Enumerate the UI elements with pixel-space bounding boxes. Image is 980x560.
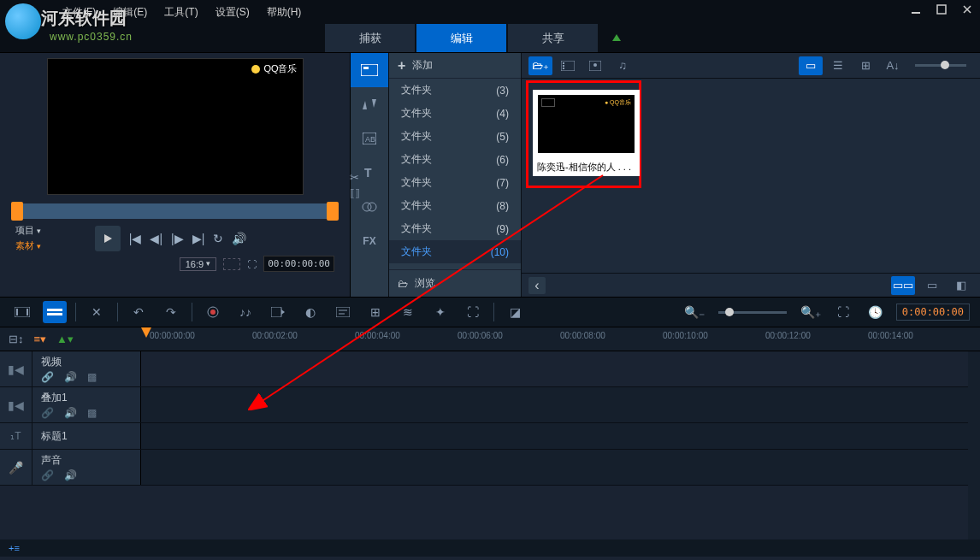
maximize-button[interactable] [929, 0, 954, 19]
folder-item[interactable]: 文件夹(7) [389, 171, 521, 194]
add-track-button[interactable]: +≡ [0, 539, 980, 557]
timeline-timecode[interactable]: 0:00:00:00 [896, 304, 970, 321]
grid-button[interactable]: ⊞ [363, 301, 387, 323]
timeline-view-button[interactable] [43, 301, 67, 323]
multi-trim-button[interactable]: ◐ [298, 301, 322, 323]
close-button[interactable] [954, 0, 980, 19]
view-thumb-large[interactable]: ▭ [799, 56, 823, 75]
auto-music-button[interactable] [266, 301, 290, 323]
3d-button[interactable]: ◪ [503, 301, 527, 323]
view-grid[interactable]: ⊞ [853, 56, 877, 75]
minimize-button[interactable] [903, 0, 929, 19]
video-track-lane[interactable] [141, 351, 980, 386]
folder-item[interactable]: 文件夹(9) [389, 217, 521, 240]
mute-icon[interactable]: 🔊 [64, 469, 77, 481]
trim-in-handle[interactable] [11, 202, 23, 221]
track-height-button[interactable]: ⊟↕ [9, 333, 24, 345]
mode-edit[interactable]: 编辑 [416, 24, 506, 52]
media-grid[interactable]: ● QQ音乐 陈奕迅-相信你的人 . . . [522, 79, 980, 273]
folder-item[interactable]: 文件夹(6) [389, 148, 521, 171]
collapse-folders-button[interactable]: ‹ [528, 277, 546, 294]
mute-icon[interactable]: 🔊 [64, 371, 77, 383]
go-start-button[interactable]: |◀ [129, 232, 142, 245]
clip-mode-label[interactable]: 素材 ▾ [15, 239, 41, 252]
media-item[interactable]: ● QQ音乐 陈奕迅-相信你的人 . . . [533, 90, 640, 176]
mode-advance-icon[interactable] [599, 24, 634, 52]
footer-view-2[interactable]: ▭ [920, 276, 944, 295]
link-icon[interactable]: 🔗 [41, 371, 54, 383]
overlay-track-icon[interactable]: ▮◀ [0, 387, 32, 422]
track-manager-button[interactable]: ≡▾ [34, 333, 47, 345]
menu-help[interactable]: 帮助(H) [258, 2, 310, 23]
menu-tools[interactable]: 工具(T) [156, 2, 206, 23]
zoom-slider[interactable] [718, 311, 787, 314]
safe-zone-toggle[interactable] [223, 258, 240, 270]
title-track-icon[interactable]: ₁T [0, 423, 32, 449]
filter-video-button[interactable] [556, 56, 580, 75]
expand-icon[interactable]: ⛶ [247, 259, 257, 269]
prev-frame-button[interactable]: ◀| [150, 232, 162, 245]
tracking-button[interactable]: ✦ [428, 301, 452, 323]
title-track-lane[interactable] [141, 423, 980, 449]
mute-icon[interactable]: 🔊 [64, 407, 77, 419]
bracket-icon[interactable]: ⟦⟧ [350, 187, 360, 199]
link-icon[interactable]: 🔗 [41, 407, 54, 419]
footer-view-1[interactable]: ▭▭ [891, 276, 915, 295]
folder-item[interactable]: 文件夹(5) [389, 125, 521, 148]
project-mode-label[interactable]: 项目 ▾ [15, 224, 41, 237]
title-category-button[interactable]: AB [351, 121, 388, 156]
overlay-track-lane[interactable] [141, 387, 980, 422]
undo-button[interactable]: ↶ [127, 301, 151, 323]
fx-category-button[interactable]: FX [351, 224, 388, 258]
pan-zoom-button[interactable]: ⛶ [461, 301, 485, 323]
view-list[interactable]: ☰ [826, 56, 850, 75]
redo-button[interactable]: ↷ [159, 301, 183, 323]
filter-audio-button[interactable]: ♫ [611, 56, 635, 75]
ripple-button[interactable]: ▲▾ [56, 333, 74, 345]
go-end-button[interactable]: ▶| [192, 232, 205, 245]
video-track-icon[interactable]: ▮◀ [0, 351, 32, 386]
audio-track-icon[interactable]: 🎤 [0, 450, 32, 485]
preview-video[interactable]: QQ音乐 [47, 58, 304, 195]
motion-button[interactable]: ≋ [396, 301, 420, 323]
aspect-ratio-selector[interactable]: 16:9▾ [180, 257, 216, 271]
subtitle-button[interactable] [331, 301, 355, 323]
preview-timecode[interactable]: 00:00:00:00 [263, 256, 334, 272]
timeline-ruler[interactable]: 00:00:00:0000:00:02:0000:00:04:0000:00:0… [141, 327, 980, 351]
folder-item[interactable]: 文件夹(10) [389, 240, 521, 263]
footer-view-3[interactable]: ◧ [949, 276, 973, 295]
play-button[interactable] [95, 226, 121, 251]
storyboard-view-button[interactable] [10, 301, 34, 323]
fx-toggle-icon[interactable]: ▩ [87, 407, 97, 419]
filter-image-button[interactable] [583, 56, 607, 75]
link-icon[interactable]: 🔗 [41, 469, 54, 481]
audio-track-lane[interactable] [141, 450, 980, 485]
record-button[interactable] [201, 301, 225, 323]
menu-edit[interactable]: 编辑(E) [104, 2, 156, 23]
trim-bar[interactable] [17, 203, 333, 219]
mode-capture[interactable]: 捕获 [325, 24, 415, 52]
zoom-in-button[interactable]: 🔍₊ [799, 301, 823, 323]
add-folder-button[interactable]: + 添加 [389, 53, 521, 79]
fx-toggle-icon[interactable]: ▩ [87, 371, 97, 383]
tracks-scrollbar[interactable] [968, 351, 980, 539]
next-frame-button[interactable]: |▶ [171, 232, 184, 245]
transition-category-button[interactable] [351, 87, 388, 121]
project-duration-icon[interactable]: 🕓 [864, 301, 888, 323]
tools-button[interactable]: ✕ [85, 301, 109, 323]
volume-button[interactable]: 🔊 [232, 232, 246, 245]
zoom-out-button[interactable]: 🔍₋ [682, 301, 706, 323]
sort-button[interactable]: A↓ [881, 56, 905, 75]
import-folder-button[interactable]: 🗁₊ [528, 56, 552, 75]
browse-button[interactable]: 🗁 浏览 [389, 269, 521, 297]
folder-item[interactable]: 文件夹(3) [389, 79, 521, 102]
folder-item[interactable]: 文件夹(8) [389, 194, 521, 217]
folder-item[interactable]: 文件夹(4) [389, 102, 521, 125]
thumbnail-size-slider[interactable] [915, 64, 966, 67]
menu-settings[interactable]: 设置(S) [207, 2, 258, 23]
fit-project-button[interactable]: ⛶ [831, 301, 855, 323]
mode-share[interactable]: 共享 [508, 24, 598, 52]
scissors-icon[interactable]: ✂ [350, 171, 360, 184]
trim-out-handle[interactable] [327, 202, 339, 221]
media-category-button[interactable] [351, 53, 388, 87]
